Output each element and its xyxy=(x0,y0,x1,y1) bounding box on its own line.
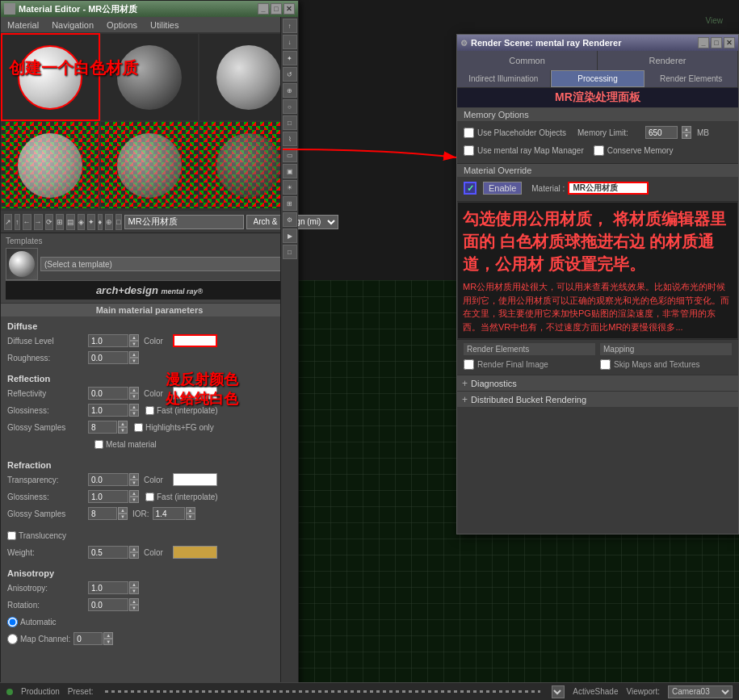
close-button[interactable]: ✕ xyxy=(283,3,295,15)
anisotropy-input[interactable] xyxy=(88,581,128,594)
ior-input[interactable] xyxy=(153,507,185,520)
memory-limit-input[interactable] xyxy=(645,126,678,139)
preset-dropdown[interactable] xyxy=(552,685,565,698)
material-name-input[interactable] xyxy=(124,215,244,229)
metal-checkbox[interactable] xyxy=(94,440,103,449)
map-channel-radio[interactable] xyxy=(7,634,18,644)
tab-render-elements[interactable]: Render Elements xyxy=(645,70,738,87)
tool-reset[interactable]: ↺ xyxy=(283,67,297,82)
render-minimize-button[interactable]: _ xyxy=(698,37,709,48)
edit-library-icon[interactable]: ⊞ xyxy=(56,214,64,230)
tool-options[interactable]: ⚙ xyxy=(283,212,297,227)
pick-material-icon[interactable]: ↗ xyxy=(4,214,12,230)
conserve-checkbox[interactable] xyxy=(594,145,604,156)
preview-cell-2[interactable] xyxy=(100,33,199,121)
spin-up-t[interactable]: ▲ xyxy=(129,473,139,480)
tool-plane[interactable]: ▭ xyxy=(283,148,297,162)
spin-down-mc[interactable]: ▼ xyxy=(103,639,113,645)
tool-assign[interactable]: ✦ xyxy=(283,51,297,65)
diffuse-color-swatch[interactable] xyxy=(173,334,217,347)
tab-processing[interactable]: Processing xyxy=(551,70,645,87)
render-final-checkbox[interactable] xyxy=(464,359,474,370)
refl-color-swatch[interactable] xyxy=(173,387,217,400)
spin-up-rfgs[interactable]: ▲ xyxy=(118,507,128,513)
spin-down-a[interactable]: ▼ xyxy=(129,588,139,594)
spin-up-rot[interactable]: ▲ xyxy=(129,598,139,605)
spin-up-gs[interactable]: ▲ xyxy=(118,421,128,427)
trans-color-swatch[interactable] xyxy=(173,546,217,559)
spin-down-ref[interactable]: ▼ xyxy=(129,393,139,400)
tool-sphere[interactable]: ○ xyxy=(283,99,297,114)
diagnostics-row[interactable]: + Diagnostics xyxy=(457,375,738,391)
spin-up-ior[interactable]: ▲ xyxy=(186,507,195,513)
spin-up-w[interactable]: ▲ xyxy=(129,546,139,552)
nav-back-icon[interactable]: ← xyxy=(23,214,31,230)
menu-material[interactable]: Material xyxy=(4,19,42,31)
automatic-radio[interactable] xyxy=(7,617,18,627)
menu-navigation[interactable]: Navigation xyxy=(48,19,97,31)
roughness-input[interactable] xyxy=(88,351,128,364)
refr-gloss-input[interactable] xyxy=(88,490,128,503)
material-override-input[interactable] xyxy=(568,182,649,195)
misc3-icon[interactable]: □ xyxy=(115,214,121,230)
preview-cell-4[interactable] xyxy=(1,121,100,209)
refr-color-swatch[interactable] xyxy=(173,473,217,486)
tool-cylinder[interactable]: ⌇ xyxy=(283,132,297,146)
spin-down-gs[interactable]: ▼ xyxy=(118,427,128,434)
tool-get-material[interactable]: ↑ xyxy=(283,19,297,33)
tab-indirect-illumination[interactable]: Indirect Illumination xyxy=(457,70,551,87)
reflectivity-input[interactable] xyxy=(88,387,128,400)
tool-zoom[interactable]: ⊞ xyxy=(283,196,297,211)
tool-bg[interactable]: ▣ xyxy=(283,164,297,178)
placeholder-checkbox[interactable] xyxy=(464,128,474,138)
spin-down-rfg[interactable]: ▼ xyxy=(129,497,139,503)
fast-interpolate-checkbox[interactable] xyxy=(145,406,154,415)
tool-preview[interactable]: ▶ xyxy=(283,228,297,243)
tab-renderer[interactable]: Renderer xyxy=(598,51,738,70)
glossy-samples-input[interactable] xyxy=(88,421,117,434)
highlights-checkbox[interactable] xyxy=(134,423,143,432)
enable-checkbox[interactable]: ✓ xyxy=(464,182,477,195)
spin-up-a[interactable]: ▲ xyxy=(129,581,139,588)
mr-map-checkbox[interactable] xyxy=(464,145,474,156)
misc1-icon[interactable]: ♦ xyxy=(98,214,103,230)
spin-down-ior[interactable]: ▼ xyxy=(186,513,195,520)
weight-input[interactable] xyxy=(88,546,128,559)
nav-up-icon[interactable]: ↑ xyxy=(15,214,20,230)
spin-down-mem[interactable]: ▼ xyxy=(682,132,691,139)
render-maximize-button[interactable]: □ xyxy=(711,37,722,48)
tool-light[interactable]: ☀ xyxy=(283,180,297,195)
translucency-checkbox[interactable] xyxy=(7,531,16,540)
menu-utilities[interactable]: Utilities xyxy=(147,19,182,31)
template-select[interactable]: (Select a template) xyxy=(40,257,293,271)
nav-forward-icon[interactable]: → xyxy=(34,214,43,230)
spin-down-rot[interactable]: ▼ xyxy=(129,605,139,611)
spin-down-t[interactable]: ▼ xyxy=(129,480,139,486)
spin-up-mc[interactable]: ▲ xyxy=(103,632,113,639)
distributed-row[interactable]: + Distributed Bucket Rendering xyxy=(457,391,738,407)
spin-down-rg[interactable]: ▼ xyxy=(129,410,139,417)
spin-down-w[interactable]: ▼ xyxy=(129,552,139,559)
spin-up-ref[interactable]: ▲ xyxy=(129,387,139,393)
diffuse-level-input[interactable] xyxy=(88,334,128,347)
material-map-icon[interactable]: ▤ xyxy=(66,214,75,230)
spin-down-r[interactable]: ▼ xyxy=(129,358,139,364)
material-override-header[interactable]: Material Override xyxy=(457,164,738,177)
spin-up[interactable]: ▲ xyxy=(129,334,139,341)
spin-down[interactable]: ▼ xyxy=(129,341,139,347)
spin-up-rg[interactable]: ▲ xyxy=(129,404,139,410)
maximize-button[interactable]: □ xyxy=(271,3,282,15)
tool-cube[interactable]: □ xyxy=(283,115,297,130)
refl-glossiness-input[interactable] xyxy=(88,404,128,417)
show-end-icon[interactable]: ✦ xyxy=(87,214,95,230)
skip-maps-checkbox[interactable] xyxy=(600,359,611,370)
memory-options-header[interactable]: Memory Options xyxy=(457,108,738,121)
spin-up-mem[interactable]: ▲ xyxy=(682,126,691,132)
refr-fast-checkbox[interactable] xyxy=(145,493,154,501)
tool-put-material[interactable]: ↓ xyxy=(283,35,297,49)
transparency-input[interactable] xyxy=(88,473,128,486)
minimize-button[interactable]: _ xyxy=(258,3,269,15)
show-map-icon[interactable]: ◈ xyxy=(78,214,85,230)
tool-video[interactable]: □ xyxy=(283,245,297,259)
misc2-icon[interactable]: ⊕ xyxy=(105,214,113,230)
